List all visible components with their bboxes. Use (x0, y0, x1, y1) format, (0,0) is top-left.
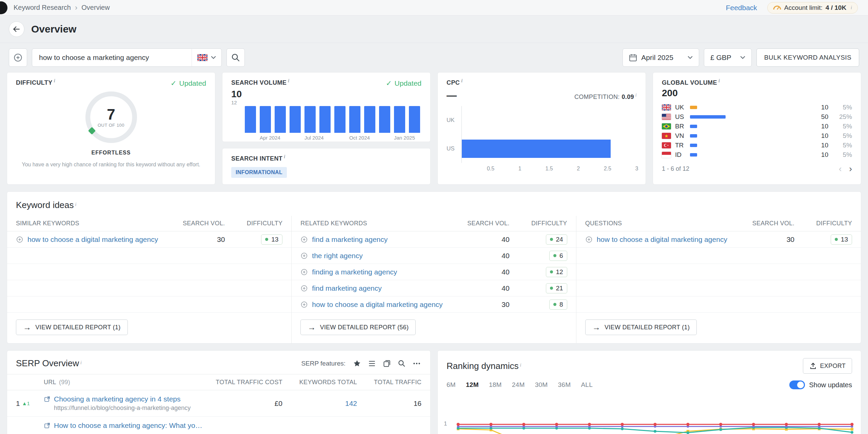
search-intent-card: SEARCH INTENTi INFORMATIONAL (222, 148, 431, 185)
serp-result-title-link[interactable]: How to choose a marketing agency: What y… (54, 421, 204, 430)
range-tab-18m[interactable]: 18M (489, 381, 502, 389)
view-detailed-report-related-button[interactable]: → VIEW DETAILED REPORT (56) (300, 319, 416, 335)
app-logo[interactable] (0, 1, 7, 14)
add-keyword-icon[interactable] (300, 285, 308, 292)
month-label: Jan 2025 (394, 135, 405, 141)
currency-select[interactable]: £ GBP (704, 48, 752, 67)
table-row: find marketing agency 40 21 (292, 280, 576, 296)
country-code: US (675, 113, 689, 121)
difficulty-badge: 24 (546, 234, 567, 245)
date-select[interactable]: April 2025 (623, 48, 699, 67)
add-keyword-icon[interactable] (300, 268, 308, 276)
y-axis-max-label: 12 (231, 100, 237, 105)
info-icon[interactable]: i (288, 78, 289, 83)
pagination-label: 1 - 6 of 12 (662, 165, 689, 172)
keyword-input[interactable] (32, 54, 192, 62)
serp-feature-search-icon[interactable] (397, 359, 407, 368)
serp-result-title-link[interactable]: Choosing a marketing agency in 4 steps (54, 395, 181, 403)
add-keyword-button[interactable] (9, 48, 27, 67)
pagination-prev-icon[interactable]: ‹ (839, 164, 842, 173)
country-row: BR 10 5% (653, 122, 861, 131)
search-button[interactable] (226, 48, 245, 67)
cpc-row-label: US (447, 135, 461, 163)
ranking-lines (455, 395, 855, 434)
column-total-traffic[interactable]: TOTAL TRAFFIC (357, 379, 421, 386)
serp-feature-more-icon[interactable] (412, 359, 421, 368)
feedback-link[interactable]: Feedback (726, 4, 757, 12)
add-keyword-icon[interactable] (300, 252, 308, 260)
search-volume-chart: 12 (231, 100, 421, 133)
add-keyword-icon[interactable] (300, 236, 308, 243)
info-icon[interactable]: i (520, 363, 521, 368)
info-icon[interactable]: i (54, 78, 55, 83)
serp-feature-copy-icon[interactable] (382, 359, 392, 368)
external-link-icon[interactable] (44, 396, 51, 402)
br-flag-icon (662, 123, 671, 129)
country-volume-bar (690, 134, 697, 138)
range-tab-36m[interactable]: 36M (558, 381, 571, 389)
column-url[interactable]: URL (44, 379, 56, 386)
table-row-empty (576, 248, 861, 264)
external-link-icon[interactable] (44, 422, 51, 429)
keywords-total-link[interactable]: 142 (345, 399, 357, 407)
chevron-down-icon (211, 55, 216, 61)
region-selector[interactable] (192, 49, 221, 66)
us-flag-icon (662, 114, 671, 120)
column-total-traffic-cost[interactable]: TOTAL TRAFFIC COST (204, 379, 282, 386)
keyword-link[interactable]: finding a marketing agency (312, 268, 397, 276)
range-tab-24m[interactable]: 24M (512, 381, 525, 389)
add-keyword-icon[interactable] (16, 236, 23, 243)
serp-feature-list-icon[interactable] (367, 359, 377, 368)
view-detailed-report-similar-button[interactable]: → VIEW DETAILED REPORT (1) (16, 319, 128, 335)
keyword-link[interactable]: how to choose a digital marketing agency (597, 235, 727, 244)
info-icon[interactable]: i (635, 92, 637, 98)
column-header-questions: QUESTIONS (585, 220, 744, 227)
competition-label: COMPETITION:0.09i (574, 94, 637, 101)
difficulty-badge: 12 (546, 267, 567, 277)
view-detailed-report-questions-button[interactable]: → VIEW DETAILED REPORT (1) (585, 319, 697, 335)
pagination-next-icon[interactable]: › (849, 164, 852, 173)
keyword-ideas-title: Keyword ideas (16, 200, 74, 210)
country-row: US 50 25% (653, 112, 861, 122)
difficulty-out-of: OUT OF 100 (98, 123, 124, 128)
export-button[interactable]: EXPORT (803, 358, 852, 374)
table-row-empty (576, 296, 861, 313)
table-row-empty (7, 296, 291, 313)
global-volume-title: GLOBAL VOLUMEi (662, 79, 720, 86)
serp-overview-card: SERP Overviewi SERP features: URL(99) TO… (7, 350, 431, 434)
keyword-link[interactable]: find a marketing agency (312, 235, 388, 244)
table-row-empty (576, 264, 861, 280)
country-volume: 10 (809, 142, 828, 149)
country-volume-bar (690, 125, 697, 128)
range-tab-6m[interactable]: 6M (447, 381, 456, 389)
keyword-link[interactable]: find marketing agency (312, 284, 381, 292)
info-icon[interactable]: i (80, 360, 82, 365)
add-keyword-icon[interactable] (585, 236, 593, 243)
show-updates-toggle[interactable] (789, 380, 805, 389)
keyword-link[interactable]: how to choose a digital marketing agency (27, 235, 158, 244)
range-tab-12m[interactable]: 12M (466, 381, 479, 389)
info-icon[interactable]: i (284, 154, 285, 159)
add-keyword-icon[interactable] (300, 301, 308, 308)
bulk-keyword-analysis-button[interactable]: BULK KEYWORD ANALYSIS (756, 48, 859, 67)
back-button[interactable] (9, 21, 24, 37)
range-tab-all[interactable]: ALL (581, 381, 593, 389)
serp-features: SERP features: (301, 359, 421, 368)
search-volume-cell: 40 (459, 268, 510, 276)
account-limit-badge[interactable]: Account limit: 4 / 10K i (767, 2, 858, 14)
keyword-link[interactable]: how to choose a digital marketing agency (312, 301, 442, 309)
search-volume-updated-badge: ✓Updated (386, 79, 421, 87)
keyword-link[interactable]: the right agency (312, 252, 362, 260)
country-row: TR 10 5% (653, 141, 861, 150)
info-icon[interactable]: i (75, 202, 77, 207)
column-header-related: RELATED KEYWORDS (300, 220, 458, 227)
range-tab-30m[interactable]: 30M (535, 381, 548, 389)
info-icon[interactable]: i (718, 78, 720, 83)
ranking-dynamics-title: Ranking dynamics (447, 361, 518, 371)
info-icon[interactable]: i (461, 78, 462, 83)
column-keywords-total[interactable]: KEYWORDS TOTAL (282, 379, 357, 386)
serp-feature-star-icon[interactable] (352, 359, 362, 368)
breadcrumb-parent[interactable]: Keyword Research (14, 4, 71, 12)
difficulty-dot-icon (835, 238, 838, 241)
range-tabs: 6M 12M 18M 24M 30M 36M ALL (447, 381, 593, 389)
